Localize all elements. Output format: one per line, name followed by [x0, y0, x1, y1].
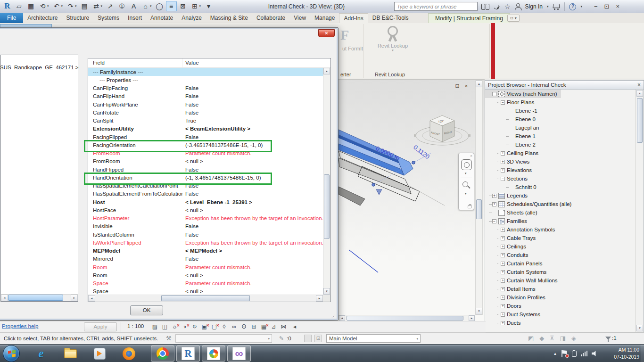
scroll-thumb[interactable]	[8, 295, 63, 301]
scroll-right-icon[interactable]: ►	[469, 315, 475, 321]
table-row[interactable]: CanFlipFacing False	[88, 84, 323, 92]
select-links-icon[interactable]: ◩	[528, 335, 534, 342]
search-help-icon[interactable]	[481, 4, 489, 9]
column-header-field[interactable]: Field	[88, 58, 182, 67]
measure-icon[interactable]: ⇄▾	[91, 1, 104, 11]
table-row[interactable]: Invisible False	[88, 222, 323, 230]
expander-icon[interactable]: −	[501, 177, 505, 181]
expander-icon[interactable]: +	[501, 279, 505, 283]
taskbar-visual-studio[interactable]: ∞	[227, 346, 251, 362]
sign-in-caret-icon[interactable]: ▾	[547, 5, 549, 8]
column-header-value[interactable]: Value	[182, 58, 330, 67]
beam-dark-end[interactable]	[339, 187, 365, 206]
tree-item[interactable]: + Cable Trays	[485, 234, 636, 242]
table-row[interactable]: IsSlantedColumn False	[88, 230, 323, 239]
expander-icon[interactable]: −	[492, 92, 496, 96]
expander-icon[interactable]: +	[501, 168, 505, 173]
expander-icon[interactable]: +	[501, 160, 505, 164]
tree-item[interactable]: Lagepl an	[485, 123, 636, 132]
tree-item[interactable]: + Division Profiles	[485, 293, 636, 302]
revit-logo[interactable]: R▾	[2, 1, 13, 11]
table-row[interactable]: Room Parameter count mismatch.	[88, 263, 323, 271]
view-scale-button[interactable]: 1 : 100	[124, 323, 147, 329]
expander-icon[interactable]: +	[501, 321, 505, 325]
tree-item[interactable]: + Doors	[485, 302, 636, 310]
tree-item[interactable]: Schnitt 0	[485, 183, 636, 191]
navbar-close-icon[interactable]: ×	[470, 154, 472, 158]
taskbar-file-explorer[interactable]	[56, 345, 85, 362]
detail-level-icon[interactable]: ▨	[151, 322, 159, 331]
table-row[interactable]: FacingOrientation (-3.46517481375486E-15…	[88, 141, 323, 149]
tree-item[interactable]: − Sections	[485, 174, 636, 183]
tree-item[interactable]: + Schedules/Quantities (alle)	[485, 200, 636, 208]
table-row[interactable]: FromRoom < null >	[88, 157, 323, 165]
flip-control-arrow[interactable]	[376, 189, 382, 195]
crop-view-icon[interactable]: ▣	[200, 322, 208, 331]
expander-icon[interactable]: +	[501, 270, 505, 274]
tree-item[interactable]: Ebene 1	[485, 132, 636, 140]
taskbar-media-player[interactable]	[85, 345, 114, 362]
table-row[interactable]: ExtensionUtility < BeamExtensionUtility …	[88, 125, 323, 133]
tree-item[interactable]: + Ceilings	[485, 242, 636, 251]
revit-lookup-button[interactable]: Revit Lookup ▾	[375, 25, 411, 54]
taskbar-revit[interactable]: R	[176, 346, 200, 362]
expander-icon[interactable]: +	[501, 296, 505, 300]
taskbar-chrome[interactable]	[151, 346, 174, 362]
view-minimize-icon[interactable]: −	[447, 83, 450, 89]
default-3d-view-icon[interactable]: ⌂▾	[140, 1, 153, 11]
tree-item[interactable]: − Families	[485, 217, 636, 225]
aligned-dimension-icon[interactable]: ↗▾	[105, 1, 116, 11]
table-row[interactable]: --- FamilyInstance ---	[88, 68, 323, 76]
show-hidden-icons[interactable]: ▲	[553, 352, 557, 356]
scroll-left-icon[interactable]: ◄	[339, 315, 345, 321]
drag-on-selection-icon[interactable]: ◈	[571, 335, 576, 342]
communication-center-icon[interactable]	[493, 4, 500, 10]
select-by-face-icon[interactable]: ◨	[560, 335, 566, 342]
expander-icon[interactable]: +	[501, 304, 505, 308]
worksets-dropdown[interactable]: ▾	[175, 334, 272, 343]
table-row[interactable]: CanFlipHand False	[88, 92, 323, 100]
table-row[interactable]: CanFlipWorkPlane False	[88, 100, 323, 108]
scroll-thumb[interactable]	[161, 295, 249, 301]
design-options-icon[interactable]: ⊡	[314, 335, 322, 342]
show-desktop-button[interactable]	[641, 345, 644, 362]
table-row[interactable]: MEPModel < MEPModel >	[88, 247, 323, 255]
viewcube[interactable]: TOP FRONT RIGHT	[414, 115, 471, 145]
network-icon[interactable]	[581, 351, 588, 356]
tab-structure[interactable]: Structure	[62, 13, 93, 23]
scroll-up-icon[interactable]: ▲	[476, 81, 482, 87]
tab-massing-site[interactable]: Massing & Site	[206, 13, 252, 23]
select-underlay-icon[interactable]: ◆	[539, 335, 544, 342]
tree-item[interactable]: − Floor Plans	[485, 98, 636, 107]
scroll-thumb[interactable]	[637, 98, 643, 143]
redo-icon[interactable]: ↷▾	[65, 1, 78, 11]
clipboard-tray-icon[interactable]	[572, 351, 577, 357]
scroll-thumb[interactable]	[347, 316, 463, 321]
scroll-right-icon[interactable]: ►	[316, 295, 323, 302]
contextual-tab-modify[interactable]: Modify | Structural Framing	[428, 13, 510, 23]
expander-icon[interactable]: +	[501, 228, 505, 232]
design-option-dropdown[interactable]: Main Model ▾	[326, 334, 421, 343]
undo-icon[interactable]: ↶▾	[51, 1, 65, 11]
table-row[interactable]: CanRotate False	[88, 108, 323, 116]
tree-item[interactable]: Sheets (alle)	[485, 208, 636, 217]
close-button[interactable]: ×	[616, 2, 619, 11]
crop-region-visibility-icon[interactable]: ▢	[210, 322, 218, 331]
scroll-thumb[interactable]	[324, 174, 330, 239]
dialog-close-button[interactable]: ×	[318, 29, 335, 37]
taskbar-internet-explorer[interactable]: e	[26, 345, 56, 362]
filter-control[interactable]: :1	[605, 335, 617, 341]
table-row[interactable]: HasSpatialElementFromToCalculation... Fa…	[88, 190, 323, 198]
tree-item[interactable]: + Curtain Panels	[485, 259, 636, 268]
ok-button[interactable]: OK	[130, 305, 163, 315]
view-restore-icon[interactable]: ⊡	[455, 83, 459, 89]
tree-item[interactable]: Ebene -1	[485, 107, 636, 115]
properties-help-link[interactable]: Properties help	[2, 323, 38, 329]
help-icon[interactable]: ?	[569, 3, 576, 10]
taskbar-firefox[interactable]	[114, 345, 143, 362]
tab-systems[interactable]: Systems	[93, 13, 124, 23]
shadows-icon[interactable]: ◑	[181, 322, 189, 331]
taskbar-paint-app[interactable]	[202, 346, 225, 362]
expander-icon[interactable]: +	[501, 313, 505, 317]
minimize-button[interactable]: −	[594, 2, 598, 11]
